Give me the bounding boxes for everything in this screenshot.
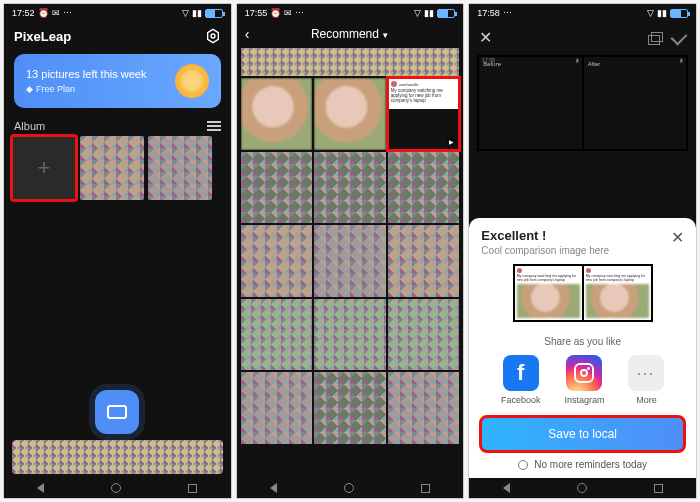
nav-recents-icon[interactable] xyxy=(654,484,663,493)
facebook-icon: f xyxy=(503,355,539,391)
status-more-icon: ⋯ xyxy=(503,8,513,18)
status-wifi-icon: ▽ xyxy=(414,8,421,18)
status-time: 17:55 xyxy=(245,8,268,18)
status-more-icon: ⋯ xyxy=(295,8,305,18)
preview-after: My company watching me applying for new … xyxy=(584,266,651,320)
nav-back-icon[interactable] xyxy=(270,483,277,493)
medal-icon xyxy=(175,64,209,98)
meme-caption: My company watching me applying for new … xyxy=(391,89,457,104)
grid-item[interactable] xyxy=(241,78,313,150)
screen-pixeleap-home: 17:52 ⏰ ✉ ⋯ ▽ ▮▮ PixeLeap 13 pictures le… xyxy=(3,3,232,499)
gallery-header: ‹ Recommend xyxy=(237,22,464,46)
save-to-local-button[interactable]: Save to local xyxy=(481,417,684,451)
android-nav-bar xyxy=(4,478,231,498)
share-more[interactable]: ⋯ More xyxy=(628,355,664,405)
share-facebook[interactable]: f Facebook xyxy=(501,355,541,405)
back-icon[interactable]: ‹ xyxy=(245,26,250,42)
status-more-icon: ⋯ xyxy=(63,8,73,18)
album-row: + xyxy=(4,136,231,200)
grid-item[interactable] xyxy=(241,299,313,371)
svg-marker-0 xyxy=(207,29,218,42)
grid-item[interactable] xyxy=(314,152,386,224)
reminder-toggle[interactable]: No more reminders today xyxy=(481,459,684,470)
share-instagram[interactable]: Instagram xyxy=(564,355,604,405)
status-bar: 17:58 ⋯ ▽ ▮▮ xyxy=(469,4,696,22)
nav-home-icon[interactable] xyxy=(577,483,587,493)
close-icon[interactable]: ✕ xyxy=(479,28,492,47)
radio-icon xyxy=(518,460,528,470)
status-battery-icon xyxy=(437,9,455,18)
category-dropdown[interactable]: Recommend xyxy=(311,27,389,41)
confirm-icon[interactable] xyxy=(671,28,688,45)
grid-item-meme[interactable]: userhandle My company watching me applyi… xyxy=(388,78,460,150)
grid-item[interactable] xyxy=(314,225,386,297)
avatar-icon xyxy=(586,268,591,273)
sheet-title: Excellent ! xyxy=(481,228,609,243)
status-chat-icon: ✉ xyxy=(52,8,60,18)
more-icon: ⋯ xyxy=(628,355,664,391)
avatar-icon xyxy=(517,268,522,273)
after-label: After xyxy=(588,61,601,67)
plan-dot-icon: ◆ xyxy=(26,84,33,94)
svg-point-1 xyxy=(211,34,215,38)
screen-save-share: 17:58 ⋯ ▽ ▮▮ ✕ 17:58▮ Before ▮ After Exc… xyxy=(468,3,697,499)
status-time: 17:58 xyxy=(477,8,500,18)
play-icon: ▶ xyxy=(446,137,456,147)
plan-chip: ◆ Free Plan xyxy=(26,84,146,94)
album-header: Album xyxy=(4,112,231,136)
nav-back-icon[interactable] xyxy=(503,483,510,493)
avatar-icon xyxy=(391,81,397,87)
status-wifi-icon: ▽ xyxy=(647,8,654,18)
album-thumb[interactable] xyxy=(148,136,212,200)
settings-icon[interactable] xyxy=(205,28,221,44)
status-battery-icon xyxy=(205,9,223,18)
ad-strip[interactable] xyxy=(12,440,223,474)
screen-recommend-gallery: 17:55 ⏰ ✉ ⋯ ▽ ▮▮ ‹ Recommend userhandle … xyxy=(236,3,465,499)
grid-item[interactable] xyxy=(241,152,313,224)
nav-back-icon[interactable] xyxy=(37,483,44,493)
promo-banner[interactable] xyxy=(241,48,460,76)
result-preview: My company watching me applying for new … xyxy=(513,264,653,322)
status-chat-icon: ✉ xyxy=(284,8,292,18)
image-grid: userhandle My company watching me applyi… xyxy=(237,78,464,444)
instagram-icon xyxy=(566,355,602,391)
status-alarm-icon: ⏰ xyxy=(38,8,49,18)
share-sheet: Excellent ! Cool comparison image here ✕… xyxy=(469,218,696,478)
grid-item[interactable] xyxy=(314,299,386,371)
list-view-icon[interactable] xyxy=(207,121,221,131)
before-after-compare: 17:58▮ Before ▮ After xyxy=(477,55,688,151)
compare-layout-icon[interactable] xyxy=(648,32,662,44)
grid-item[interactable] xyxy=(314,372,386,444)
nav-recents-icon[interactable] xyxy=(188,484,197,493)
grid-item[interactable] xyxy=(314,78,386,150)
album-label: Album xyxy=(14,120,45,132)
grid-item[interactable] xyxy=(388,152,460,224)
status-time: 17:52 xyxy=(12,8,35,18)
grid-item[interactable] xyxy=(388,225,460,297)
android-nav-bar xyxy=(469,478,696,498)
sheet-subtitle: Cool comparison image here xyxy=(481,245,609,256)
before-label: Before xyxy=(483,61,501,67)
status-wifi-icon: ▽ xyxy=(182,8,189,18)
grid-item[interactable] xyxy=(388,299,460,371)
add-photo-tile[interactable]: + xyxy=(12,136,76,200)
preview-before: My company watching me applying for new … xyxy=(515,266,582,320)
camera-button[interactable] xyxy=(95,390,139,434)
status-signal-icon: ▮▮ xyxy=(657,8,667,18)
grid-item[interactable] xyxy=(388,372,460,444)
nav-home-icon[interactable] xyxy=(344,483,354,493)
banner-text: 13 pictures left this week xyxy=(26,68,146,80)
nav-home-icon[interactable] xyxy=(111,483,121,493)
status-signal-icon: ▮▮ xyxy=(192,8,202,18)
status-battery-icon xyxy=(670,9,688,18)
grid-item[interactable] xyxy=(241,372,313,444)
app-title: PixeLeap xyxy=(14,29,71,44)
compare-before: 17:58▮ Before xyxy=(479,57,581,149)
android-nav-bar xyxy=(237,478,464,498)
album-thumb[interactable] xyxy=(80,136,144,200)
status-signal-icon: ▮▮ xyxy=(424,8,434,18)
sheet-close-icon[interactable]: ✕ xyxy=(671,228,684,247)
quota-banner[interactable]: 13 pictures left this week ◆ Free Plan xyxy=(14,54,221,108)
grid-item[interactable] xyxy=(241,225,313,297)
nav-recents-icon[interactable] xyxy=(421,484,430,493)
